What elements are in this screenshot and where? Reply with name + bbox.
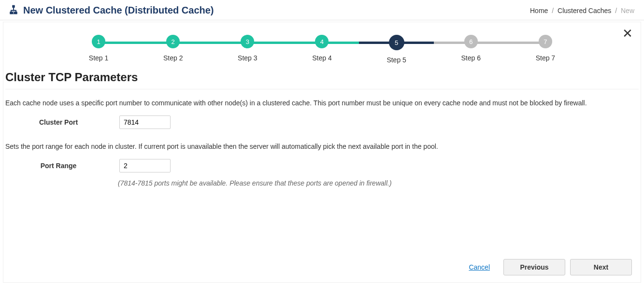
- sitemap-icon: [9, 5, 18, 16]
- stepper: 1Step 12Step 23Step 34Step 45Step 56Step…: [3, 22, 641, 69]
- step-circle: 1: [92, 35, 105, 48]
- breadcrumb-clustered-caches[interactable]: Clustered Caches: [558, 7, 611, 14]
- step-circle: 4: [315, 35, 329, 48]
- step-label: Step 6: [461, 54, 481, 62]
- next-button[interactable]: Next: [570, 259, 632, 275]
- breadcrumb-sep: /: [613, 7, 619, 14]
- divider: [5, 89, 639, 89]
- step-4[interactable]: 4Step 4: [285, 35, 359, 62]
- port-range-label: Port Range: [5, 162, 112, 170]
- step-connector: [99, 42, 173, 44]
- step-circle: 7: [539, 35, 552, 48]
- svg-rect-1: [10, 12, 13, 14]
- breadcrumb-current: New: [621, 7, 634, 14]
- step-6[interactable]: 6Step 6: [434, 35, 508, 62]
- step-circle: 5: [389, 35, 404, 50]
- header-left: New Clustered Cache (Distributed Cache): [9, 5, 214, 16]
- step-7[interactable]: 7Step 7: [508, 35, 583, 62]
- cancel-link[interactable]: Cancel: [469, 263, 490, 271]
- section-title: Cluster TCP Parameters: [3, 69, 641, 89]
- step-connector: [322, 42, 396, 44]
- step-connector: [247, 42, 322, 44]
- step-3[interactable]: 3Step 3: [210, 35, 285, 62]
- step-label: Step 3: [238, 54, 257, 62]
- svg-rect-2: [15, 12, 17, 14]
- port-range-description: Sets the port range for each node in clu…: [3, 134, 641, 159]
- cluster-port-description: Each cache node uses a specific port num…: [3, 99, 641, 115]
- port-range-hint: (7814-7815 ports might be available. Ple…: [3, 177, 641, 187]
- cluster-port-row: Cluster Port: [3, 115, 641, 134]
- step-label: Step 1: [89, 54, 108, 62]
- step-label: Step 5: [386, 56, 406, 64]
- cluster-port-label: Cluster Port: [5, 118, 112, 126]
- header-bar: New Clustered Cache (Distributed Cache) …: [0, 0, 644, 20]
- step-label: Step 4: [312, 54, 331, 62]
- footer: Cancel Previous Next: [469, 259, 632, 275]
- svg-rect-0: [13, 5, 15, 8]
- step-connector: [471, 42, 545, 44]
- step-2[interactable]: 2Step 2: [136, 35, 210, 62]
- step-1[interactable]: 1Step 1: [61, 35, 136, 62]
- step-label: Step 7: [536, 54, 555, 62]
- cluster-port-input[interactable]: [119, 115, 171, 129]
- step-connector: [173, 42, 247, 44]
- wizard-container: ✕ 1Step 12Step 23Step 34Step 45Step 56St…: [3, 22, 641, 283]
- step-circle: 6: [464, 35, 478, 48]
- step-label: Step 2: [163, 54, 183, 62]
- page-title: New Clustered Cache (Distributed Cache): [23, 5, 214, 16]
- nav-button-group: Previous Next: [503, 259, 632, 275]
- step-5[interactable]: 5Step 5: [359, 35, 434, 64]
- step-connector: [397, 42, 471, 44]
- breadcrumb-home[interactable]: Home: [530, 7, 548, 14]
- breadcrumb: Home / Clustered Caches / New: [530, 7, 634, 14]
- port-range-input[interactable]: [119, 159, 171, 172]
- step-circle: 3: [241, 35, 254, 48]
- step-circle: 2: [166, 35, 180, 48]
- previous-button[interactable]: Previous: [503, 259, 565, 275]
- port-range-row: Port Range: [3, 159, 641, 177]
- breadcrumb-sep: /: [550, 7, 556, 14]
